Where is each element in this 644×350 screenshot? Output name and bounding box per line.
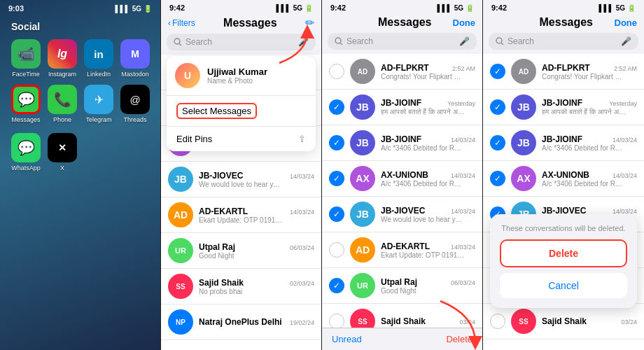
time-home: 9:03 (8, 4, 24, 13)
whatsapp-label: WhatsApp (11, 164, 41, 172)
msg-item-ek-p3[interactable]: AD AD-EKARTL 14/03/24 Ekart Update: OTP … (322, 232, 482, 268)
msg-item-jb1-p3[interactable]: ✓ JB JB-JIOINF Yesterday हम आपको बताते ह… (322, 90, 482, 125)
msg-time-ss-p2: 02/03/24 (290, 280, 314, 287)
app-instagram[interactable]: Ig Instagram (48, 39, 77, 78)
msg-preview-ek-p2: Ekart Update: OTP 019165 for your shipme… (199, 216, 283, 224)
msg-item-ss-p2[interactable]: SS Sajid Shaik 02/03/24 No probs bhai (161, 269, 321, 304)
msg-item-ur-p3[interactable]: ✓ UR Utpal Raj 06/03/24 Good Night (322, 268, 482, 304)
panel-messages-select: 9:42 ▌▌▌ 5G 🔋 Messages Done Search 🎤 AD … (322, 0, 483, 350)
avatar-jbv-p3: JB (350, 202, 375, 227)
msg-item-jb2-p4[interactable]: ✓ JB JB-JIOINF 14/03/24 A/c *3406 Debite… (483, 125, 644, 161)
battery-p4: 🔋 (627, 4, 636, 12)
app-linkedin[interactable]: in LinkedIn (84, 39, 113, 78)
avatar-ax-p3: AX (350, 166, 375, 191)
msg-name-ax-p3: AX-UNIONB (381, 170, 428, 180)
msg-item-ax-p4[interactable]: ✓ AX AX-UNIONB 14/03/24 A/c *3406 Debite… (483, 161, 644, 197)
done-btn-p4[interactable]: Done (615, 18, 638, 28)
msg-preview-jb2-p4: A/c *3406 Debited for Rs:500.00 on 14-03… (542, 144, 626, 152)
app-threads[interactable]: @ Threads (120, 85, 150, 123)
network-p4: 5G (616, 4, 625, 12)
msg-content-jb2-p4: JB-JIOINF 14/03/24 A/c *3406 Debited for… (542, 134, 637, 152)
msg-name-ur-p3: Utpal Raj (381, 277, 417, 287)
app-messages[interactable]: 💬 Messages (11, 85, 41, 123)
msg-time-jbv-p2: 14/03/24 (290, 173, 314, 180)
cancel-delete-button[interactable]: Cancel (500, 273, 627, 298)
confirm-delete-button[interactable]: Delete (500, 239, 627, 267)
unread-btn[interactable]: Unread (332, 334, 362, 344)
messages-label: Messages (11, 116, 40, 123)
msg-time-ek-p3: 14/03/24 (451, 244, 475, 251)
select-messages-label: Select Messages (176, 103, 257, 119)
search-placeholder-p3: Search (346, 36, 373, 46)
dropdown-edit-pins[interactable]: Edit Pins ⇧ (167, 127, 316, 151)
network-type-home: 5G (132, 5, 141, 13)
msg-header-ax-p3: AX-UNIONB 14/03/24 (381, 170, 475, 180)
messages-title-p4: Messages (540, 16, 594, 29)
msg-name-ss-p3: Sajid Shaik (381, 316, 426, 326)
back-filters[interactable]: ‹ Filters (168, 18, 195, 28)
app-x[interactable]: ✕ X (48, 133, 77, 172)
dropdown-select-messages[interactable]: Select Messages (167, 96, 316, 127)
msg-name-jbv-p3: JB-JIOVEC (381, 206, 425, 216)
msg-item-ss-p4[interactable]: SS Sajid Shaik 03/24 (483, 304, 644, 340)
status-bar-home: 9:03 ▌▌▌ 5G 🔋 (0, 0, 160, 14)
app-whatsapp[interactable]: 💬 WhatsApp (11, 133, 41, 172)
whatsapp-icon: 💬 (11, 133, 41, 162)
app-telegram[interactable]: ✈ Telegram (84, 85, 113, 123)
status-icons-p2: ▌▌▌ 5G 🔋 (276, 4, 313, 12)
msg-item-jb1-p4[interactable]: ✓ JB JB-JIOINF Yesterday हम आपको बताते ह… (483, 90, 644, 125)
msg-item-jb2-p3[interactable]: ✓ JB JB-JIOINF 14/03/24 A/c *3406 Debite… (322, 125, 482, 161)
msg-time-ad-p3: 2:52 AM (452, 65, 475, 72)
nav-actions-p2: ✏ (305, 16, 314, 29)
mastodon-label: Mastodon (121, 71, 149, 78)
app-mastodon[interactable]: M Mastodon (120, 39, 150, 78)
msg-name-np-p2: Natraj OnePlus Delhi (199, 317, 282, 327)
avatar-ur-p2: UR (168, 238, 193, 263)
status-icons-p4: ▌▌▌ 5G 🔋 (598, 4, 636, 12)
msg-item-ek-p2[interactable]: AD AD-EKARTL 14/03/24 Ekart Update: OTP … (161, 197, 321, 233)
check-empty-ss-p4 (490, 314, 505, 329)
mic-icon-p4: 🎤 (621, 36, 631, 46)
msg-header-ad-p4: AD-FLPKRT 2:52 AM (542, 63, 637, 73)
app-grid-2: 💬 WhatsApp ✕ X (11, 133, 149, 172)
signal-p3: ▌▌▌ (437, 4, 451, 12)
msg-content-ss-p3: Sajid Shaik 03/24 (381, 316, 475, 326)
done-btn-p3[interactable]: Done (453, 18, 476, 28)
delete-btn-p3[interactable]: Delete (446, 334, 472, 344)
time-p2: 9:42 (169, 4, 185, 12)
search-bar-p3[interactable]: Search 🎤 (328, 33, 477, 50)
msg-item-ad-p4[interactable]: ✓ AD AD-FLPKRT 2:52 AM Congrats! Your Fl… (483, 54, 644, 90)
search-bar-p4[interactable]: Search 🎤 (489, 33, 638, 50)
phone-label: Phone (53, 116, 71, 123)
nav-bar-p4: Messages Done (483, 13, 644, 33)
msg-preview-ur-p3: Good Night (381, 287, 465, 295)
panel-messages-dropdown: 9:42 ▌▌▌ 5G 🔋 ‹ Filters Messages ✏ Searc… (161, 0, 322, 350)
time-p3: 9:42 (330, 4, 346, 12)
app-facetime[interactable]: 📹 FaceTime (11, 39, 41, 78)
msg-item-jbv-p3[interactable]: ✓ JB JB-JIOVEC 14/03/24 We would love to… (322, 197, 482, 232)
avatar-ad-p4: AD (511, 59, 536, 84)
msg-item-ax-p3[interactable]: ✓ AX AX-UNIONB 14/03/24 A/c *3406 Debite… (322, 161, 482, 197)
dropdown-profile[interactable]: U Ujjiwal Kumar Name & Photo (167, 56, 316, 96)
linkedin-label: LinkedIn (87, 71, 111, 78)
filter-icon: ⇧ (298, 134, 306, 144)
app-phone[interactable]: 📞 Phone (48, 85, 77, 123)
avatar-jb2-p3: JB (350, 130, 375, 155)
compose-icon[interactable]: ✏ (305, 16, 314, 29)
msg-content-jb1-p3: JB-JIOINF Yesterday हम आपको बताते हैं कि… (381, 98, 475, 116)
msg-item-ss-p3[interactable]: SS Sajid Shaik 03/24 (322, 304, 482, 328)
status-icons-home: ▌▌▌ 5G 🔋 (115, 5, 152, 13)
check-jb2-p4: ✓ (490, 135, 505, 150)
avatar-np-p2: NP (168, 309, 193, 335)
nav-bar-p2: ‹ Filters Messages ✏ (161, 13, 321, 34)
msg-name-ur-p2: Utpal Raj (199, 242, 235, 252)
msg-item-ur-p2[interactable]: UR Utpal Raj 06/03/24 Good Night (161, 233, 321, 269)
msg-item-ad-p3[interactable]: AD AD-FLPKRT 2:52 AM Congrats! Your Flip… (322, 54, 482, 90)
msg-name-jb1-p3: JB-JIOINF (381, 98, 421, 108)
msg-name-ek-p2: AD-EKARTL (199, 206, 248, 216)
msg-name-jbv-p2: JB-JIOVEC (199, 171, 243, 181)
msg-header-jbv-p3: JB-JIOVEC 14/03/24 (381, 206, 475, 216)
search-bar-p2[interactable]: Search 🎤 (167, 34, 316, 50)
msg-item-np-p2[interactable]: NP Natraj OnePlus Delhi 19/02/24 (161, 304, 321, 340)
msg-item-jbv-p2[interactable]: JB JB-JIOVEC 14/03/24 We would love to h… (161, 162, 321, 197)
